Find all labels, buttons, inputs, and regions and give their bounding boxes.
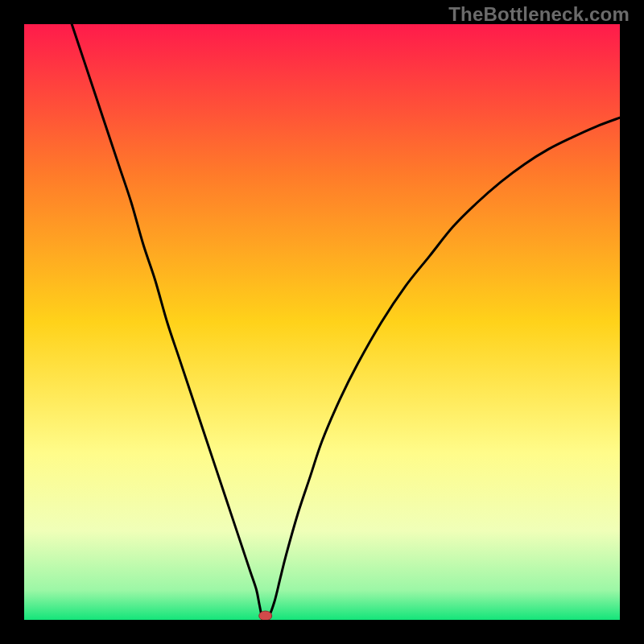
chart-svg <box>24 24 620 620</box>
plot-area <box>24 24 620 620</box>
gradient-background <box>24 24 620 620</box>
minimum-marker <box>259 611 272 620</box>
watermark-text: TheBottleneck.com <box>448 3 630 26</box>
chart-container: TheBottleneck.com <box>0 0 644 644</box>
